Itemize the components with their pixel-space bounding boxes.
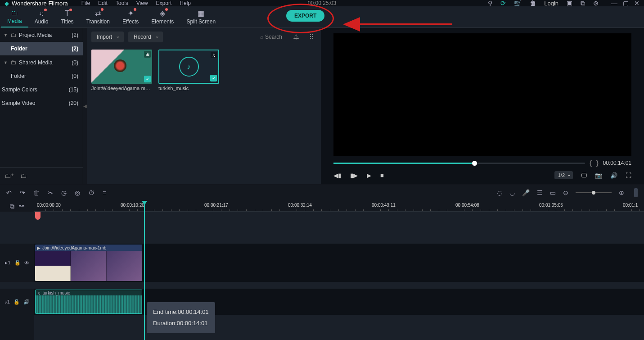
menu-help[interactable]: Help [180, 0, 191, 6]
track-height-icon[interactable] [634, 188, 638, 197]
login-link[interactable]: Login [544, 0, 558, 7]
save-icon[interactable]: ▣ [567, 0, 572, 7]
wand-icon[interactable]: ⚲ [488, 0, 492, 7]
start-marker[interactable] [35, 212, 41, 220]
settings-icon[interactable]: ⊚ [593, 0, 599, 7]
elements-icon: ◈ [160, 9, 165, 18]
search-input[interactable]: ⌕ Search [260, 34, 286, 40]
fullscreen-icon[interactable]: ⛶ [626, 172, 631, 179]
menu-edit[interactable]: Edit [98, 0, 108, 6]
zoom-out-icon[interactable]: ⊖ [563, 189, 568, 196]
preview-ratio-select[interactable]: 1/2 [554, 171, 573, 179]
sidebar-item-folder[interactable]: Folder (0) [0, 69, 83, 83]
undo-icon[interactable]: ↶ [6, 189, 12, 196]
filter-icon[interactable]: ⏃ [290, 33, 302, 41]
audio-clip[interactable]: ♫turkish_music [35, 290, 142, 314]
empty-track-body[interactable] [34, 315, 644, 340]
sidebar-item-shared-media[interactable]: ▼🗀Shared Media (0) [0, 55, 83, 69]
video-track-body[interactable]: ▶JointWideeyedAgama-max-1mb [34, 244, 644, 282]
preview-video[interactable] [333, 33, 631, 156]
video-clip[interactable]: ▶JointWideeyedAgama-max-1mb [35, 245, 142, 281]
record-dropdown[interactable]: Record [128, 32, 163, 42]
mixer-icon[interactable]: ☰ [537, 189, 543, 196]
folder-open-icon[interactable]: 🗀 [20, 172, 27, 179]
clip-type-icon: ♫ [211, 52, 217, 58]
mic-icon[interactable]: 🎤 [522, 189, 530, 196]
render-icon[interactable]: ◌ [497, 189, 502, 196]
tab-titles[interactable]: T Titles [54, 6, 80, 27]
media-label: turkish_music [158, 86, 219, 91]
sidebar-item-sample-colors[interactable]: Sample Colors (15) [0, 83, 83, 96]
refresh-icon[interactable]: ⟳ [500, 0, 506, 7]
tab-split-screen[interactable]: ▦ Split Screen [180, 6, 222, 27]
music-small-icon: ♫ [37, 290, 41, 295]
timer-icon[interactable]: ⏱ [88, 189, 95, 196]
display-icon[interactable]: 🖵 [581, 172, 587, 179]
link-icon[interactable]: ⚯ [19, 203, 24, 210]
tab-audio[interactable]: ♫ Audio [28, 6, 55, 27]
fit-icon[interactable]: ▭ [550, 189, 556, 196]
copy-icon[interactable]: ⧉ [10, 203, 14, 210]
marker-icon[interactable]: ◡ [509, 189, 515, 196]
tab-transition[interactable]: ⇄ Transition [80, 6, 116, 27]
cart-icon[interactable]: 🛒 [514, 0, 522, 7]
sidebar-label: Sample Video [2, 100, 36, 106]
crop-icon[interactable]: ◎ [75, 189, 80, 196]
sidebar-item-project-media[interactable]: ▼🗀Project Media (2) [0, 28, 83, 42]
sidebar-item-sample-video[interactable]: Sample Video (20) [0, 96, 83, 110]
new-folder-icon[interactable]: 🗀⁺ [5, 172, 14, 179]
volume-icon[interactable]: 🔊 [610, 172, 617, 179]
sidebar-label: Shared Media [19, 59, 53, 66]
music-note-icon: ♪ [179, 57, 199, 77]
media-item-audio[interactable]: ♪ ♫ ✓ turkish_music [158, 50, 219, 91]
media-panel: Import Record ⌕ Search ⏃ ⠿ ⊞ ✓ JointWide… [87, 28, 321, 184]
timeline-ruler[interactable]: 00:00:00:0000:00:10:2000:00:21:1700:00:3… [34, 201, 644, 212]
transition-icon: ⇄ [95, 9, 101, 18]
stop-icon[interactable]: ■ [380, 172, 384, 179]
sidebar-label: Folder [11, 45, 27, 52]
prev-frame-icon[interactable]: ◀▮ [333, 172, 341, 179]
mark-in-icon[interactable]: { [590, 159, 592, 167]
tab-label: Titles [61, 18, 73, 25]
mute-icon[interactable]: 🔊 [23, 299, 30, 305]
speed-icon[interactable]: ◷ [61, 189, 67, 196]
maximize-button[interactable]: ▢ [623, 0, 629, 7]
cut-icon[interactable]: ✂ [48, 189, 53, 196]
lock-icon[interactable]: 🔓 [14, 299, 20, 305]
minimize-button[interactable]: — [611, 0, 617, 7]
sidebar-label: Folder [11, 73, 26, 79]
tab-media[interactable]: 🗀 Media [1, 6, 28, 27]
redo-icon[interactable]: ↷ [20, 189, 25, 196]
tab-elements[interactable]: ◈ Elements [145, 6, 180, 27]
preview-slider[interactable] [333, 163, 585, 164]
audio-track-body[interactable]: ♫turkish_music [34, 289, 644, 315]
preview-slider-row: { } 00:00:14:01 [321, 158, 644, 168]
delete-icon[interactable]: 🗑 [33, 189, 40, 196]
lock-icon[interactable]: 🔓 [14, 260, 21, 266]
mark-out-icon[interactable]: } [596, 159, 599, 167]
playhead[interactable] [144, 201, 145, 340]
zoom-in-icon[interactable]: ⊕ [619, 189, 624, 196]
media-item-video[interactable]: ⊞ ✓ JointWideeyedAgama-ma... [91, 50, 152, 91]
close-button[interactable]: ✕ [634, 0, 639, 7]
snapshot-icon[interactable]: 📷 [595, 172, 602, 179]
zoom-slider[interactable] [576, 192, 612, 193]
adjust-icon[interactable]: ≡ [103, 189, 106, 196]
video-track-header: ▸1 🔓 👁 [0, 244, 34, 282]
play-icon[interactable]: ▶ [367, 172, 371, 179]
visibility-icon[interactable]: 👁 [24, 260, 29, 266]
grid-view-icon[interactable]: ⠿ [306, 33, 316, 41]
menu-export[interactable]: Export [156, 0, 172, 6]
media-icon: 🗀 [11, 9, 18, 17]
timeline: ⧉ ⚯ 00:00:00:0000:00:10:2000:00:21:1700:… [0, 201, 644, 340]
next-frame-icon[interactable]: ▮▶ [350, 172, 358, 179]
export-button[interactable]: EXPORT [286, 10, 324, 22]
tab-effects[interactable]: ✦ Effects [116, 6, 145, 27]
sidebar-item-folder-active[interactable]: Folder (2) [0, 42, 83, 55]
trash-icon[interactable]: 🗑 [530, 0, 536, 7]
import-dropdown[interactable]: Import [91, 32, 124, 42]
menu-file[interactable]: File [81, 0, 90, 6]
menu-tools[interactable]: Tools [116, 0, 128, 6]
menu-view[interactable]: View [136, 0, 148, 6]
sidebar-collapse[interactable]: ◀ [83, 28, 87, 184]
